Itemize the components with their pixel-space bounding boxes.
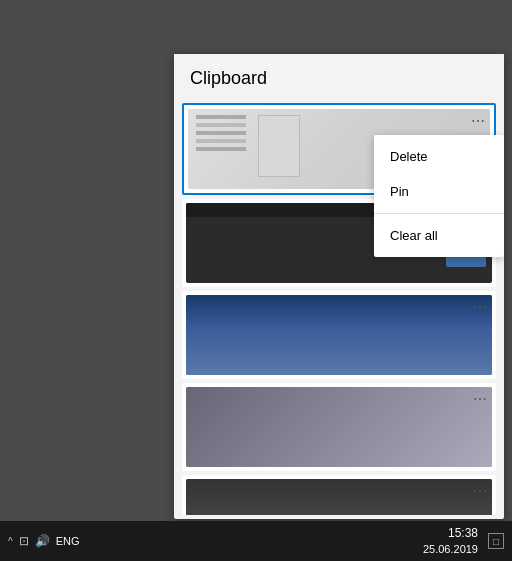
taskbar: ^ ⊡ 🔊 ENG 15:38 25.06.2019 □ xyxy=(0,521,512,561)
clipboard-items-list: ⋯ Delete Pin Clear all ⋯ ⋯ xyxy=(174,99,504,519)
taskbar-date-value: 25.06.2019 xyxy=(423,542,478,557)
clipboard-panel: Clipboard ⋯ Delete Pin Clear all ⋯ xyxy=(174,54,504,519)
taskbar-clock[interactable]: 15:38 25.06.2019 xyxy=(423,525,478,557)
context-menu-pin[interactable]: Pin xyxy=(374,174,504,209)
context-menu-clear-all[interactable]: Clear all xyxy=(374,218,504,253)
clipboard-thumb-5 xyxy=(186,479,492,515)
context-menu: Delete Pin Clear all xyxy=(374,135,504,257)
taskbar-left-area: ^ ⊡ 🔊 ENG xyxy=(8,534,413,548)
more-options-button-4[interactable]: ⋯ xyxy=(468,387,492,411)
clipboard-item-inner-5 xyxy=(182,475,496,515)
taskbar-time-value: 15:38 xyxy=(423,525,478,542)
context-menu-divider xyxy=(374,213,504,214)
clipboard-title: Clipboard xyxy=(174,54,504,99)
more-options-button-5[interactable]: ⋯ xyxy=(468,479,492,503)
notification-center-button[interactable]: □ xyxy=(488,533,504,549)
network-icon: ⊡ xyxy=(19,534,29,548)
clipboard-item-4[interactable]: ⋯ xyxy=(182,383,496,471)
clipboard-thumb-3 xyxy=(186,295,492,375)
clipboard-item-5[interactable]: ⋯ xyxy=(182,475,496,515)
more-options-button-1[interactable]: ⋯ xyxy=(466,109,490,133)
more-options-button-3[interactable]: ⋯ xyxy=(468,295,492,319)
system-tray-chevron[interactable]: ^ xyxy=(8,536,13,547)
speaker-icon: 🔊 xyxy=(35,534,50,548)
clipboard-item-3[interactable]: ⋯ xyxy=(182,291,496,379)
notification-icon: □ xyxy=(493,536,499,547)
clipboard-item-1[interactable]: ⋯ Delete Pin Clear all xyxy=(182,103,496,195)
language-label: ENG xyxy=(56,535,80,547)
context-menu-delete[interactable]: Delete xyxy=(374,139,504,174)
clipboard-item-inner-4 xyxy=(182,383,496,471)
clipboard-thumb-4 xyxy=(186,387,492,467)
clipboard-item-inner-3 xyxy=(182,291,496,379)
